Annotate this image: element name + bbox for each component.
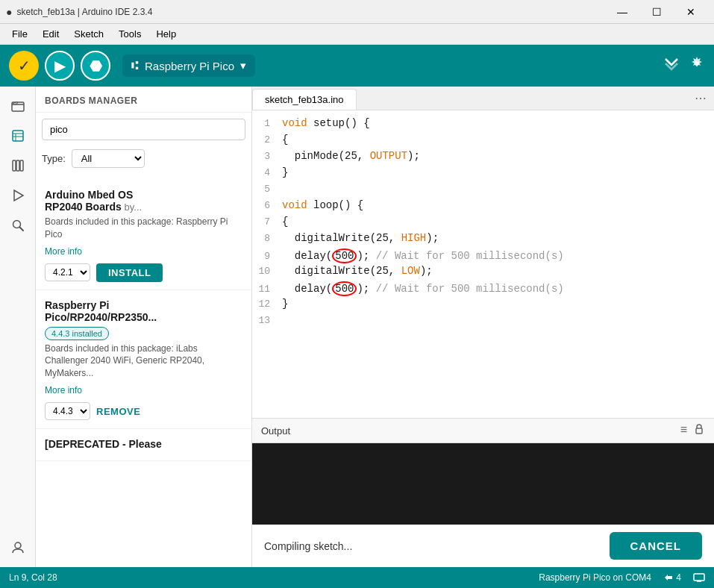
output-header: Output ≡ [252, 419, 714, 443]
cancel-button[interactable]: CANCEL [610, 532, 703, 560]
toolbar: ✓ ▶ ⬣ ⑆ Raspberry Pi Pico ▾ [0, 45, 714, 87]
board-selector[interactable]: ⑆ Raspberry Pi Pico ▾ [122, 54, 255, 77]
type-label: Type: [42, 153, 66, 164]
svg-rect-13 [696, 428, 702, 434]
debug-button[interactable]: ⬣ [81, 51, 110, 81]
status-monitor-icon[interactable] [693, 572, 705, 584]
window-title: sketch_feb13a | Arduino IDE 2.3.4 [16, 7, 152, 17]
board-item-by-1: by... [125, 201, 143, 213]
boards-search-input[interactable] [42, 119, 245, 140]
menu-help[interactable]: Help [150, 27, 182, 41]
output-title: Output [261, 425, 290, 437]
verify-button[interactable]: ✓ [9, 51, 39, 81]
svg-rect-6 [13, 160, 16, 171]
code-line-13: 13 [252, 313, 714, 330]
output-menu-icon[interactable]: ≡ [680, 423, 687, 438]
code-line-2: 2 { [252, 133, 714, 149]
code-line-10: 10 digitalWrite(25, LOW); [252, 264, 714, 281]
minimize-button[interactable]: — [605, 0, 639, 24]
code-line-9: 9 delay(500); // Wait for 500 millisecon… [252, 248, 714, 264]
status-count: 4 [663, 572, 681, 584]
svg-marker-9 [14, 190, 23, 201]
code-line-6: 6 void loop() { [252, 198, 714, 215]
editor-tab-more-icon[interactable]: ⋯ [687, 87, 714, 110]
close-button[interactable]: ✕ [674, 0, 708, 24]
title-bar-left: ● sketch_feb13a | Arduino IDE 2.3.4 [6, 6, 152, 18]
editor-tab-main[interactable]: sketch_feb13a.ino [252, 89, 357, 110]
board-item-title-1: Arduino Mbed OS RP2040 Boards by... [45, 189, 242, 213]
svg-rect-14 [694, 574, 704, 581]
code-line-4: 4 } [252, 166, 714, 182]
dropdown-arrow-icon: ▾ [240, 59, 246, 72]
code-line-8: 8 digitalWrite(25, HIGH); [252, 231, 714, 248]
status-right: Raspberry Pi Pico on COM4 4 [539, 572, 705, 584]
code-line-12: 12 } [252, 297, 714, 313]
menu-sketch[interactable]: Sketch [68, 27, 110, 41]
boards-list: Arduino Mbed OS RP2040 Boards by... Boar… [36, 174, 251, 567]
board-item-title-2: Raspberry Pi Pico/RP2040/RP2350... [45, 299, 242, 323]
sidebar-search-button[interactable] [4, 212, 31, 239]
output-lock-icon[interactable] [693, 423, 705, 438]
board-name: Raspberry Pi Pico [145, 60, 234, 72]
status-bar: Ln 9, Col 28 Raspberry Pi Pico on COM4 4 [0, 567, 714, 588]
board-item-actions-2: 4.4.3 REMOVE [45, 402, 242, 421]
svg-rect-2 [13, 131, 23, 141]
board-icon: ⑆ [131, 59, 139, 72]
title-bar: ● sketch_feb13a | Arduino IDE 2.3.4 — ☐ … [0, 0, 714, 24]
board-item-more-info-2[interactable]: More info [45, 385, 82, 395]
output-panel: Output ≡ Compiling sketch... CANCEL [252, 418, 714, 567]
status-position: Ln 9, Col 28 [9, 572, 57, 583]
svg-point-12 [15, 542, 21, 548]
upload-button[interactable]: ▶ [45, 51, 75, 81]
output-body [252, 443, 714, 525]
code-line-11: 11 delay(500); // Wait for 500 milliseco… [252, 281, 714, 297]
editor-area: sketch_feb13a.ino ⋯ 1 void setup() { 2 {… [252, 87, 714, 567]
svg-line-11 [19, 228, 23, 231]
board-item-desc-1: Boards included in this package: Raspber… [45, 216, 242, 241]
board-item-title-3: [DEPRECATED - Please [45, 438, 242, 450]
sidebar-boards-button[interactable] [4, 122, 31, 149]
code-editor[interactable]: 1 void setup() { 2 { 3 pinMode(25, OUTPU… [252, 110, 714, 418]
app-icon: ● [6, 6, 12, 18]
maximize-button[interactable]: ☐ [639, 0, 674, 24]
menu-tools[interactable]: Tools [113, 27, 147, 41]
title-bar-controls: — ☐ ✕ [605, 0, 708, 24]
board-item-desc-2: Boards included in this package: iLabs C… [45, 343, 242, 380]
settings-button[interactable] [689, 55, 705, 76]
sidebar-user-button[interactable] [4, 534, 31, 561]
board-version-select-1[interactable]: 4.2.1 [45, 263, 90, 281]
sidebar-icons [0, 87, 36, 567]
install-button-1[interactable]: INSTALL [96, 263, 163, 282]
board-item-actions-1: 4.2.1 INSTALL [45, 263, 242, 282]
compile-status-text: Compiling sketch... [264, 540, 352, 552]
code-line-3: 3 pinMode(25, OUTPUT); [252, 149, 714, 166]
board-version-select-2[interactable]: 4.4.3 [45, 402, 90, 420]
compile-status: Compiling sketch... CANCEL [252, 525, 714, 567]
type-row: Type: All Updatable Installed [36, 146, 251, 174]
svg-rect-7 [16, 160, 19, 171]
menu-bar: File Edit Sketch Tools Help [0, 24, 714, 45]
board-item-arduino-mbed: Arduino Mbed OS RP2040 Boards by... Boar… [36, 180, 251, 290]
status-board: Raspberry Pi Pico on COM4 [539, 572, 651, 584]
code-line-7: 7 { [252, 215, 714, 231]
sidebar-library-button[interactable] [4, 152, 31, 179]
editor-tabs: sketch_feb13a.ino ⋯ [252, 87, 714, 110]
output-icons: ≡ [680, 423, 705, 438]
installed-badge: 4.4.3 installed [45, 327, 109, 340]
code-line-5: 5 [252, 182, 714, 198]
type-select[interactable]: All Updatable Installed [72, 149, 145, 168]
toolbar-right [663, 55, 705, 76]
remove-button-2[interactable]: REMOVE [96, 402, 140, 421]
main-content: BOARDS MANAGER Type: All Updatable Insta… [0, 87, 714, 567]
board-item-rpi-pico: Raspberry Pi Pico/RP2040/RP2350... 4.4.3… [36, 290, 251, 429]
board-item-deprecated: [DEPRECATED - Please [36, 429, 251, 461]
menu-edit[interactable]: Edit [37, 27, 65, 41]
sidebar-folder-button[interactable] [4, 93, 31, 119]
code-line-1: 1 void setup() { [252, 116, 714, 133]
svg-rect-8 [20, 160, 23, 171]
boards-panel: BOARDS MANAGER Type: All Updatable Insta… [36, 87, 252, 567]
sidebar-debug-button[interactable] [4, 182, 31, 209]
menu-file[interactable]: File [6, 27, 34, 41]
serial-monitor-button[interactable] [663, 55, 680, 76]
board-item-more-info-1[interactable]: More info [45, 246, 82, 257]
